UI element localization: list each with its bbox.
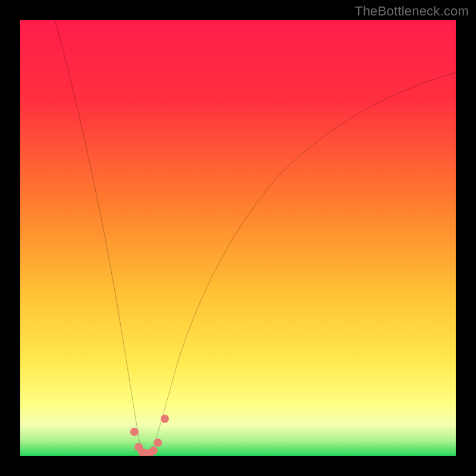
chart-frame: TheBottleneck.com bbox=[0, 0, 476, 476]
svg-point-1 bbox=[130, 428, 139, 436]
watermark-text: TheBottleneck.com bbox=[355, 4, 469, 19]
curve-layer bbox=[20, 20, 456, 456]
bottleneck-curve bbox=[55, 20, 456, 455]
svg-point-7 bbox=[154, 439, 162, 447]
svg-point-6 bbox=[149, 446, 158, 455]
plot-area bbox=[20, 20, 456, 456]
svg-point-8 bbox=[161, 415, 169, 423]
